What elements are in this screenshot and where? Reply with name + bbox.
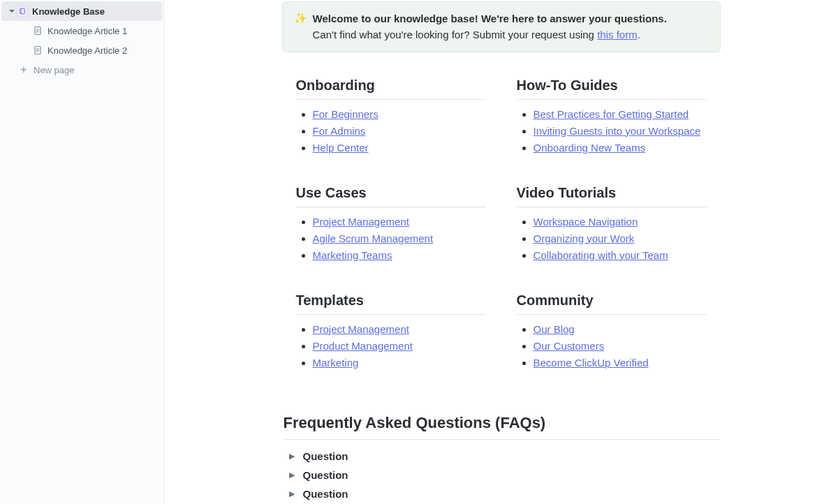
section-title: Community bbox=[517, 292, 707, 315]
link-tpl-product[interactable]: Product Management bbox=[313, 340, 413, 352]
svg-rect-0 bbox=[20, 8, 25, 14]
banner-line2-suffix: . bbox=[638, 29, 640, 40]
sidebar-child-label: Knowledge Article 2 bbox=[47, 45, 127, 56]
section-usecases: Use Cases Project Management Agile Scrum… bbox=[296, 185, 486, 266]
section-title: Onboarding bbox=[296, 77, 486, 100]
link-our-blog[interactable]: Our Blog bbox=[534, 323, 575, 335]
link-inviting-guests[interactable]: Inviting Guests into your Workspace bbox=[534, 125, 701, 137]
caret-right-icon: ▶ bbox=[289, 489, 299, 498]
faq-item[interactable]: ▶ Question bbox=[284, 447, 719, 466]
section-title: Templates bbox=[296, 292, 486, 315]
section-howto: How-To Guides Best Practices for Getting… bbox=[517, 77, 707, 158]
section-title: Use Cases bbox=[296, 185, 486, 207]
link-best-practices[interactable]: Best Practices for Getting Started bbox=[534, 108, 689, 120]
faq-label: Question bbox=[303, 469, 348, 481]
section-title: Video Tutorials bbox=[517, 185, 707, 207]
faq-label: Question bbox=[303, 450, 348, 462]
section-video: Video Tutorials Workspace Navigation Org… bbox=[517, 185, 707, 266]
sparkle-icon: ✨ bbox=[294, 10, 307, 43]
link-workspace-nav[interactable]: Workspace Navigation bbox=[534, 216, 638, 228]
sidebar-item-article-1[interactable]: Knowledge Article 1 bbox=[1, 21, 162, 40]
list-item: Become ClickUp Verified bbox=[534, 357, 707, 369]
banner-line2-prefix: Can't find what you're looking for? Subm… bbox=[313, 29, 598, 40]
caret-right-icon: ▶ bbox=[289, 452, 299, 461]
section-onboarding: Onboarding For Beginners For Admins Help… bbox=[296, 77, 486, 158]
list-item: Inviting Guests into your Workspace bbox=[534, 125, 707, 137]
list-item: For Beginners bbox=[313, 108, 486, 120]
link-for-beginners[interactable]: For Beginners bbox=[313, 108, 378, 120]
main-content: ✨ Welcome to our knowledge base! We're h… bbox=[164, 0, 838, 504]
caret-down-icon[interactable] bbox=[7, 8, 17, 15]
faq-item[interactable]: ▶ Question bbox=[284, 466, 719, 484]
list-item: Our Blog bbox=[534, 323, 707, 335]
section-templates: Templates Project Management Product Man… bbox=[296, 292, 486, 373]
link-help-center[interactable]: Help Center bbox=[313, 142, 369, 154]
sidebar-item-article-2[interactable]: Knowledge Article 2 bbox=[1, 40, 162, 60]
link-project-mgmt[interactable]: Project Management bbox=[313, 216, 409, 228]
plus-icon: + bbox=[18, 64, 29, 75]
sidebar-new-page[interactable]: + New page bbox=[1, 60, 162, 80]
list-item: Best Practices for Getting Started bbox=[534, 108, 707, 120]
link-for-admins[interactable]: For Admins bbox=[313, 125, 366, 137]
document-icon bbox=[32, 45, 43, 56]
list-item: Product Management bbox=[313, 340, 486, 352]
list-item: Project Management bbox=[313, 216, 486, 228]
list-item: Marketing Teams bbox=[313, 249, 486, 261]
list-item: Onboarding New Teams bbox=[534, 142, 707, 154]
document-icon bbox=[32, 25, 43, 36]
sidebar-child-label: Knowledge Article 1 bbox=[47, 26, 127, 36]
list-item: Agile Scrum Management bbox=[313, 232, 486, 244]
section-community: Community Our Blog Our Customers Become … bbox=[517, 292, 707, 373]
book-icon bbox=[17, 6, 28, 17]
welcome-banner: ✨ Welcome to our knowledge base! We're h… bbox=[282, 1, 721, 52]
sidebar-root-label: Knowledge Base bbox=[32, 6, 105, 17]
link-tpl-project[interactable]: Project Management bbox=[313, 323, 409, 335]
list-item: For Admins bbox=[313, 125, 486, 137]
link-collaborating[interactable]: Collaborating with your Team bbox=[534, 249, 668, 261]
banner-text: Welcome to our knowledge base! We're her… bbox=[313, 10, 667, 43]
new-page-label: New page bbox=[34, 65, 75, 75]
sidebar-item-knowledge-base[interactable]: Knowledge Base bbox=[1, 1, 162, 21]
link-clickup-verified[interactable]: Become ClickUp Verified bbox=[534, 357, 649, 369]
banner-bold: Welcome to our knowledge base! We're her… bbox=[313, 13, 667, 24]
list-item: Organizing your Work bbox=[534, 232, 707, 244]
link-our-customers[interactable]: Our Customers bbox=[534, 340, 605, 352]
sidebar: Knowledge Base Knowledge Article 1 Knowl… bbox=[0, 0, 164, 504]
link-organizing-work[interactable]: Organizing your Work bbox=[534, 232, 635, 244]
faq-label: Question bbox=[303, 488, 348, 500]
list-item: Project Management bbox=[313, 323, 486, 335]
link-onboarding-teams[interactable]: Onboarding New Teams bbox=[534, 142, 646, 154]
list-item: Workspace Navigation bbox=[534, 216, 707, 228]
faq-title: Frequently Asked Questions (FAQs) bbox=[284, 414, 719, 440]
faq-section: Frequently Asked Questions (FAQs) ▶ Ques… bbox=[282, 414, 721, 503]
list-item: Marketing bbox=[313, 357, 486, 369]
link-agile-scrum[interactable]: Agile Scrum Management bbox=[313, 232, 434, 244]
caret-right-icon: ▶ bbox=[289, 470, 299, 480]
section-title: How-To Guides bbox=[517, 77, 707, 100]
list-item: Collaborating with your Team bbox=[534, 249, 707, 261]
link-tpl-marketing[interactable]: Marketing bbox=[313, 357, 359, 369]
link-marketing-teams[interactable]: Marketing Teams bbox=[313, 249, 392, 261]
faq-item[interactable]: ▶ Question bbox=[284, 484, 719, 503]
banner-form-link[interactable]: this form bbox=[597, 29, 638, 40]
list-item: Our Customers bbox=[534, 340, 707, 352]
list-item: Help Center bbox=[313, 142, 486, 154]
